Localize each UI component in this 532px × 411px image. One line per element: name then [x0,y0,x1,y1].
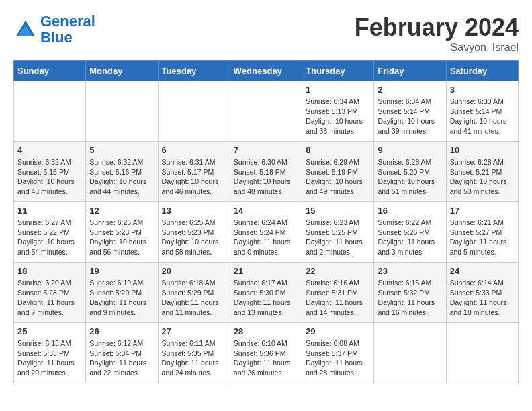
calendar-cell: 22Sunrise: 6:16 AM Sunset: 5:31 PM Dayli… [302,263,374,323]
day-number: 8 [306,145,370,155]
day-info: Sunrise: 6:14 AM Sunset: 5:33 PM Dayligh… [450,278,515,318]
weekday-header-saturday: Saturday [446,61,518,81]
day-number: 12 [89,205,154,216]
calendar-week-5: 25Sunrise: 6:13 AM Sunset: 5:33 PM Dayli… [14,323,519,383]
calendar-cell: 27Sunrise: 6:11 AM Sunset: 5:35 PM Dayli… [158,323,230,383]
calendar-cell: 14Sunrise: 6:24 AM Sunset: 5:24 PM Dayli… [230,202,302,263]
calendar-cell: 25Sunrise: 6:13 AM Sunset: 5:33 PM Dayli… [14,323,86,383]
calendar-cell: 19Sunrise: 6:19 AM Sunset: 5:29 PM Dayli… [86,263,158,323]
day-number: 5 [89,145,154,155]
calendar-body: 1Sunrise: 6:34 AM Sunset: 5:13 PM Daylig… [14,81,519,383]
day-info: Sunrise: 6:15 AM Sunset: 5:32 PM Dayligh… [378,278,442,318]
calendar-cell [158,81,230,142]
day-info: Sunrise: 6:12 AM Sunset: 5:34 PM Dayligh… [89,338,154,378]
title-block: February 2024 Savyon, Israel [355,13,519,54]
calendar-cell [374,323,446,383]
day-info: Sunrise: 6:28 AM Sunset: 5:20 PM Dayligh… [378,157,442,197]
day-info: Sunrise: 6:34 AM Sunset: 5:14 PM Dayligh… [378,97,442,136]
day-number: 15 [306,205,370,216]
calendar-header: SundayMondayTuesdayWednesdayThursdayFrid… [14,61,519,81]
subtitle: Savyon, Israel [355,42,519,54]
calendar-cell: 18Sunrise: 6:20 AM Sunset: 5:28 PM Dayli… [14,263,86,323]
day-number: 26 [89,326,154,336]
day-number: 21 [234,266,298,276]
logo-text: General Blue [40,13,95,46]
day-number: 20 [162,266,226,276]
day-info: Sunrise: 6:31 AM Sunset: 5:17 PM Dayligh… [162,157,226,197]
day-number: 17 [450,205,515,216]
day-number: 4 [17,145,82,155]
calendar-cell: 16Sunrise: 6:22 AM Sunset: 5:26 PM Dayli… [374,202,446,263]
day-number: 22 [306,266,370,276]
day-info: Sunrise: 6:32 AM Sunset: 5:16 PM Dayligh… [89,157,154,197]
calendar-cell: 8Sunrise: 6:29 AM Sunset: 5:19 PM Daylig… [302,142,374,202]
day-info: Sunrise: 6:13 AM Sunset: 5:33 PM Dayligh… [17,338,82,378]
day-number: 16 [378,205,442,216]
calendar-cell: 4Sunrise: 6:32 AM Sunset: 5:15 PM Daylig… [14,142,86,202]
day-number: 13 [162,205,226,216]
weekday-header-tuesday: Tuesday [158,61,230,81]
day-number: 6 [162,145,226,155]
day-number: 1 [306,85,370,95]
day-number: 19 [89,266,154,276]
logo: General Blue [13,13,95,46]
day-number: 24 [450,266,515,276]
calendar-cell: 29Sunrise: 6:08 AM Sunset: 5:37 PM Dayli… [302,323,374,383]
day-info: Sunrise: 6:28 AM Sunset: 5:21 PM Dayligh… [450,157,515,197]
calendar-week-1: 1Sunrise: 6:34 AM Sunset: 5:13 PM Daylig… [14,81,519,142]
day-info: Sunrise: 6:20 AM Sunset: 5:28 PM Dayligh… [17,278,82,318]
calendar-table: SundayMondayTuesdayWednesdayThursdayFrid… [13,60,519,383]
day-info: Sunrise: 6:32 AM Sunset: 5:15 PM Dayligh… [17,157,82,197]
calendar-week-4: 18Sunrise: 6:20 AM Sunset: 5:28 PM Dayli… [14,263,519,323]
calendar-cell [446,323,518,383]
calendar-cell: 24Sunrise: 6:14 AM Sunset: 5:33 PM Dayli… [446,263,518,323]
day-info: Sunrise: 6:24 AM Sunset: 5:24 PM Dayligh… [234,218,298,257]
day-info: Sunrise: 6:25 AM Sunset: 5:23 PM Dayligh… [162,218,226,257]
day-number: 3 [450,85,515,95]
day-info: Sunrise: 6:18 AM Sunset: 5:29 PM Dayligh… [162,278,226,318]
calendar-cell: 3Sunrise: 6:33 AM Sunset: 5:14 PM Daylig… [446,81,518,142]
day-info: Sunrise: 6:21 AM Sunset: 5:27 PM Dayligh… [450,218,515,257]
day-number: 2 [378,85,442,95]
day-info: Sunrise: 6:23 AM Sunset: 5:25 PM Dayligh… [306,218,370,257]
calendar-cell: 28Sunrise: 6:10 AM Sunset: 5:36 PM Dayli… [230,323,302,383]
calendar-cell: 9Sunrise: 6:28 AM Sunset: 5:20 PM Daylig… [374,142,446,202]
day-info: Sunrise: 6:26 AM Sunset: 5:23 PM Dayligh… [89,218,154,257]
day-info: Sunrise: 6:11 AM Sunset: 5:35 PM Dayligh… [162,338,226,378]
calendar-cell: 13Sunrise: 6:25 AM Sunset: 5:23 PM Dayli… [158,202,230,263]
day-info: Sunrise: 6:17 AM Sunset: 5:30 PM Dayligh… [234,278,298,318]
day-number: 23 [378,266,442,276]
calendar-cell: 21Sunrise: 6:17 AM Sunset: 5:30 PM Dayli… [230,263,302,323]
day-info: Sunrise: 6:33 AM Sunset: 5:14 PM Dayligh… [450,97,515,136]
day-info: Sunrise: 6:30 AM Sunset: 5:18 PM Dayligh… [234,157,298,197]
calendar-cell: 5Sunrise: 6:32 AM Sunset: 5:16 PM Daylig… [86,142,158,202]
day-number: 27 [162,326,226,336]
calendar-cell: 1Sunrise: 6:34 AM Sunset: 5:13 PM Daylig… [302,81,374,142]
day-number: 11 [17,205,82,216]
calendar-week-3: 11Sunrise: 6:27 AM Sunset: 5:22 PM Dayli… [14,202,519,263]
main-title: February 2024 [355,13,519,42]
day-number: 9 [378,145,442,155]
calendar-cell: 23Sunrise: 6:15 AM Sunset: 5:32 PM Dayli… [374,263,446,323]
weekday-header-thursday: Thursday [302,61,374,81]
day-number: 25 [17,326,82,336]
day-info: Sunrise: 6:19 AM Sunset: 5:29 PM Dayligh… [89,278,154,318]
calendar-cell: 11Sunrise: 6:27 AM Sunset: 5:22 PM Dayli… [14,202,86,263]
calendar-cell [14,81,86,142]
logo-icon [13,17,38,42]
calendar-cell: 7Sunrise: 6:30 AM Sunset: 5:18 PM Daylig… [230,142,302,202]
weekday-header-wednesday: Wednesday [230,61,302,81]
day-info: Sunrise: 6:16 AM Sunset: 5:31 PM Dayligh… [306,278,370,318]
day-info: Sunrise: 6:27 AM Sunset: 5:22 PM Dayligh… [17,218,82,257]
calendar-cell: 12Sunrise: 6:26 AM Sunset: 5:23 PM Dayli… [86,202,158,263]
calendar-cell: 20Sunrise: 6:18 AM Sunset: 5:29 PM Dayli… [158,263,230,323]
weekday-header-monday: Monday [86,61,158,81]
day-number: 7 [234,145,298,155]
calendar-cell [230,81,302,142]
day-info: Sunrise: 6:34 AM Sunset: 5:13 PM Dayligh… [306,97,370,136]
calendar-cell: 6Sunrise: 6:31 AM Sunset: 5:17 PM Daylig… [158,142,230,202]
weekday-header-sunday: Sunday [14,61,86,81]
logo-general: General [40,13,95,30]
logo-blue: Blue [40,29,73,46]
day-number: 10 [450,145,515,155]
